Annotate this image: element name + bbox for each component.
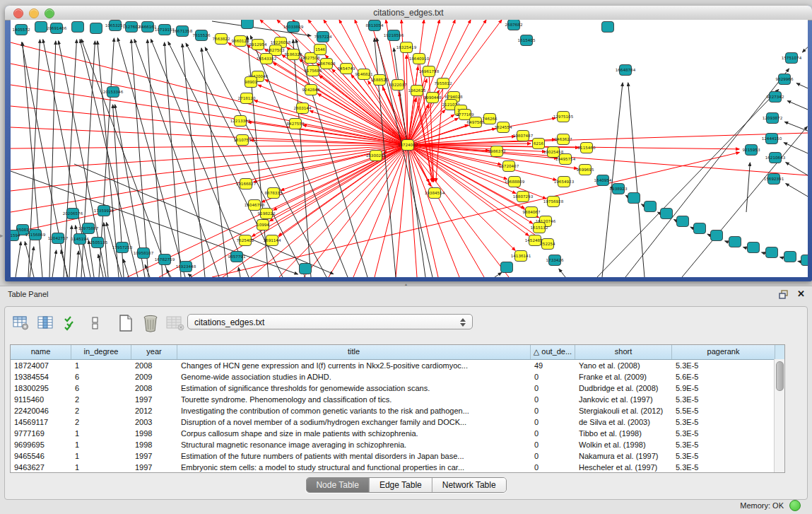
- graph-node[interactable]: 10807487: [513, 131, 534, 141]
- graph-edge[interactable]: [131, 40, 148, 277]
- graph-node[interactable]: [729, 237, 741, 247]
- tab-network-table[interactable]: Network Table: [433, 478, 506, 492]
- graph-edge[interactable]: [69, 226, 72, 277]
- graph-edge[interactable]: [23, 42, 42, 277]
- graph-node[interactable]: 746266: [482, 114, 498, 124]
- graph-node[interactable]: 9990448: [424, 93, 442, 103]
- table-vertical-scrollbar[interactable]: [774, 359, 784, 472]
- graph-node[interactable]: 2803144: [294, 103, 312, 114]
- graph-node[interactable]: 9463627: [555, 134, 572, 145]
- graph-node[interactable]: 20206576: [63, 209, 83, 219]
- graph-node[interactable]: [35, 22, 47, 33]
- memory-status-indicator[interactable]: [789, 500, 801, 511]
- table-row[interactable]: 969969511998Structural magnetic resonanc…: [11, 439, 784, 450]
- graph-node[interactable]: 9699695: [577, 165, 594, 175]
- graph-node[interactable]: [628, 193, 640, 204]
- tab-node-table[interactable]: Node Table: [306, 478, 370, 492]
- graph-edge[interactable]: [117, 38, 185, 277]
- graph-node[interactable]: 9198222: [258, 209, 276, 219]
- graph-node[interactable]: 1640954: [594, 175, 612, 186]
- graph-node[interactable]: 3175685: [305, 66, 322, 76]
- graph-edge[interactable]: [408, 133, 808, 145]
- table-row[interactable]: 1830029562008Estimation of significance …: [11, 382, 784, 394]
- close-panel-icon[interactable]: ✕: [797, 288, 805, 299]
- select-all-checkmarks-button[interactable]: [61, 315, 80, 332]
- graph-node[interactable]: 12093872: [763, 113, 782, 124]
- graph-node[interactable]: 2687682: [505, 20, 523, 30]
- graph-node[interactable]: 1615405: [518, 35, 536, 46]
- new-table-button[interactable]: [117, 315, 135, 332]
- graph-node[interactable]: 20691406: [47, 23, 67, 34]
- graph-edge[interactable]: [408, 145, 515, 250]
- graph-node[interactable]: 1810755: [234, 135, 252, 146]
- graph-edge[interactable]: [124, 259, 129, 277]
- graph-node[interactable]: 16720407: [499, 161, 519, 172]
- graph-node[interactable]: [677, 216, 689, 227]
- table-source-dropdown[interactable]: citations_edges.txt: [187, 314, 473, 329]
- graph-node[interactable]: [90, 23, 102, 34]
- left-panel-collapse-arrow[interactable]: ▸: [0, 232, 4, 239]
- graph-edge[interactable]: [495, 273, 502, 278]
- graph-edge[interactable]: [191, 145, 408, 277]
- graph-edge[interactable]: [787, 101, 808, 112]
- graph-node[interactable]: 1405572: [13, 25, 30, 35]
- graph-edge[interactable]: [11, 145, 408, 148]
- row-height-button[interactable]: [86, 315, 105, 332]
- graph-node[interactable]: 16961758: [419, 66, 440, 77]
- table-row[interactable]: 946554611997Estimation of the future num…: [11, 450, 784, 462]
- graph-node[interactable]: [72, 22, 84, 33]
- graph-edge[interactable]: [273, 63, 408, 145]
- graph-node[interactable]: 9227342: [767, 92, 784, 103]
- graph-edge[interactable]: [796, 83, 808, 90]
- graph-node[interactable]: 11923448: [176, 262, 196, 272]
- graph-node[interactable]: 18325419: [396, 42, 417, 53]
- graph-node[interactable]: 1691144: [264, 235, 281, 246]
- graph-node[interactable]: 9215953: [743, 145, 760, 156]
- graph-node[interactable]: 20153346: [103, 87, 124, 98]
- graph-edge[interactable]: [188, 274, 192, 277]
- graph-edge[interactable]: [628, 83, 645, 277]
- graph-edge[interactable]: [746, 163, 750, 212]
- graph-node[interactable]: 10688809: [505, 177, 525, 187]
- graph-node[interactable]: [661, 209, 673, 219]
- column-header-in_degree[interactable]: in_degree: [71, 345, 131, 359]
- graph-node[interactable]: 8912954: [249, 40, 267, 50]
- graph-edge[interactable]: [182, 44, 205, 277]
- graph-node[interactable]: 16210643: [765, 153, 786, 163]
- graph-edge[interactable]: [784, 143, 808, 156]
- graph-edge[interactable]: [159, 145, 408, 277]
- graph-edge[interactable]: [784, 122, 808, 133]
- column-header-year[interactable]: year: [131, 345, 177, 359]
- graph-edge[interactable]: [167, 269, 172, 277]
- graph-node[interactable]: 8427552: [287, 119, 305, 129]
- graph-node[interactable]: 18640910: [409, 54, 430, 64]
- graph-edge[interactable]: [151, 39, 249, 277]
- network-canvas[interactable]: 1405572206914061065325715276028466161107…: [11, 20, 808, 277]
- delete-table-disabled-button[interactable]: [166, 315, 184, 332]
- graph-node[interactable]: 7815526: [193, 30, 211, 41]
- graph-node[interactable]: 16671358: [172, 26, 193, 37]
- graph-node[interactable]: 8938923: [610, 184, 628, 194]
- graph-edge[interactable]: [786, 163, 808, 178]
- table-row[interactable]: 977716911998Corpus callosum shape and si…: [11, 428, 784, 439]
- graph-node[interactable]: [602, 22, 614, 33]
- graph-node[interactable]: 1145194: [71, 234, 89, 245]
- graph-node[interactable]: [748, 243, 760, 253]
- graph-node[interactable]: [300, 264, 312, 274]
- graph-edge[interactable]: [329, 145, 408, 277]
- graph-edge[interactable]: [238, 267, 240, 277]
- graph-node[interactable]: 12975105: [553, 112, 574, 122]
- graph-node[interactable]: 19218596: [384, 30, 404, 41]
- graph-node[interactable]: 16648784: [616, 65, 636, 76]
- graph-node[interactable]: 9884067: [523, 207, 541, 218]
- graph-node[interactable]: 9115460: [578, 143, 596, 153]
- tab-edge-table[interactable]: Edge Table: [370, 478, 433, 492]
- graph-node[interactable]: 12213363: [230, 116, 251, 127]
- graph-edge[interactable]: [625, 69, 789, 277]
- graph-node[interactable]: 3824554: [495, 122, 512, 133]
- column-header-name[interactable]: name: [11, 345, 71, 359]
- add-column-button[interactable]: [37, 315, 55, 332]
- column-header-pagerank[interactable]: pagerank: [672, 345, 775, 359]
- graph-node[interactable]: 7857224: [314, 32, 332, 42]
- graph-node[interactable]: 98901: [245, 77, 257, 88]
